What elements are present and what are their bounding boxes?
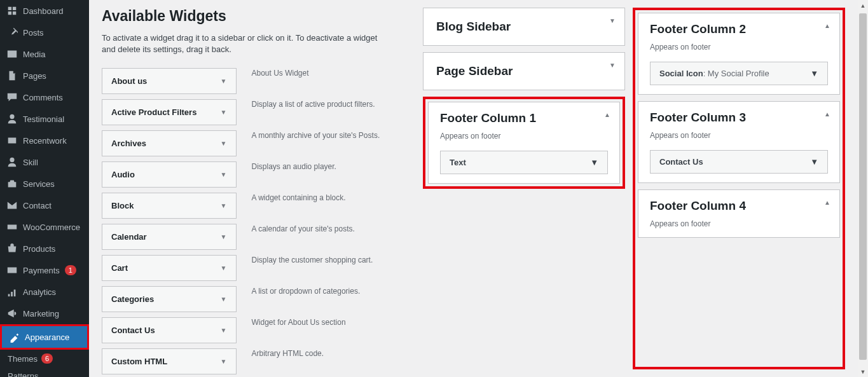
menu-item-payments[interactable]: Payments1 bbox=[0, 259, 89, 281]
menu-label: Marketing bbox=[23, 309, 59, 319]
scroll-up-arrow[interactable]: ▲ bbox=[858, 0, 868, 11]
chevron-down-icon: ▼ bbox=[221, 327, 227, 334]
pin-icon bbox=[6, 27, 18, 38]
scrollbar-thumb[interactable] bbox=[859, 13, 867, 360]
area-description: Appears on footer bbox=[650, 43, 828, 51]
menu-item-analytics[interactable]: Analytics bbox=[0, 281, 89, 303]
widget-description: Displays an audio player. bbox=[251, 161, 385, 188]
contact-icon bbox=[6, 200, 18, 211]
marketing-icon bbox=[6, 308, 18, 319]
menu-item-recentwork[interactable]: Recentwork bbox=[0, 130, 89, 151]
skill-icon bbox=[6, 156, 18, 168]
area-title: Footer Column 2 bbox=[650, 22, 828, 36]
chevron-down-icon[interactable]: ▼ bbox=[609, 17, 616, 24]
widget-description: A list or dropdown of categories. bbox=[251, 286, 385, 312]
menu-item-pages[interactable]: Pages bbox=[0, 65, 89, 86]
menu-item-contact[interactable]: Contact bbox=[0, 195, 89, 216]
menu-label: WooCommerce bbox=[23, 223, 80, 232]
menu-item-posts[interactable]: Posts bbox=[0, 22, 89, 43]
area-title: Footer Column 3 bbox=[650, 111, 828, 125]
scroll-down-arrow[interactable]: ▼ bbox=[858, 366, 868, 377]
widget-description: Display a list of active product filters… bbox=[251, 99, 385, 125]
area-description: Appears on footer bbox=[650, 131, 828, 140]
menu-item-appearance[interactable]: Appearance bbox=[0, 324, 89, 350]
chevron-down-icon: ▼ bbox=[590, 158, 598, 167]
available-widgets-desc: To activate a widget drag it to a sideba… bbox=[102, 32, 385, 55]
menu-label: Posts bbox=[23, 28, 44, 38]
menu-item-testimonial[interactable]: Testimonial bbox=[0, 108, 89, 130]
widget-area-blog-sidebar[interactable]: Blog Sidebar▼ bbox=[423, 8, 625, 46]
widget-area-footer-column-4[interactable]: Footer Column 4▲Appears on footer bbox=[638, 189, 840, 238]
area-title: Blog Sidebar bbox=[436, 20, 612, 34]
menu-item-services[interactable]: Services bbox=[0, 173, 89, 195]
widget-area-page-sidebar[interactable]: Page Sidebar▼ bbox=[423, 52, 625, 90]
menu-item-products[interactable]: Products bbox=[0, 238, 89, 259]
area-title: Footer Column 4 bbox=[650, 199, 828, 213]
menu-item-woocommerce[interactable]: WooCommerce bbox=[0, 216, 89, 238]
menu-label: Comments bbox=[23, 93, 63, 102]
scrollbar-track[interactable] bbox=[858, 11, 868, 366]
available-widget-about-us[interactable]: About us▼ bbox=[102, 68, 237, 94]
submenu-item-themes[interactable]: Themes6 bbox=[0, 350, 89, 367]
chevron-up-icon[interactable]: ▲ bbox=[824, 111, 830, 118]
services-icon bbox=[6, 178, 18, 189]
menu-label: Skill bbox=[23, 158, 38, 167]
available-widget-categories[interactable]: Categories▼ bbox=[102, 286, 237, 312]
chevron-down-icon[interactable]: ▼ bbox=[609, 62, 616, 69]
menu-item-comments[interactable]: Comments bbox=[0, 86, 89, 108]
menu-label: Dashboard bbox=[23, 6, 64, 16]
available-widget-calendar[interactable]: Calendar▼ bbox=[102, 224, 237, 250]
available-widget-contact-us[interactable]: Contact Us▼ bbox=[102, 317, 237, 343]
submenu-item-patterns[interactable]: Patterns bbox=[0, 367, 89, 377]
menu-label: Testimonial bbox=[23, 114, 64, 124]
widget-area-footer-column-1[interactable]: Footer Column 1▲Appears on footerText▼ bbox=[428, 102, 620, 184]
sidebar-areas: Blog Sidebar▼Page Sidebar▼Footer Column … bbox=[423, 8, 845, 369]
menu-label: Contact bbox=[23, 201, 52, 210]
submenu-label: Themes bbox=[8, 354, 38, 364]
widget-name: Custom HTML bbox=[111, 357, 167, 366]
widget-description: Arbitrary HTML code. bbox=[251, 348, 385, 374]
dashboard-icon bbox=[6, 5, 18, 17]
widget-description: Widget for About Us section bbox=[251, 317, 385, 343]
payments-icon bbox=[6, 264, 18, 276]
chevron-up-icon[interactable]: ▲ bbox=[604, 111, 610, 118]
menu-label: Media bbox=[23, 50, 45, 59]
menu-label: Appearance bbox=[25, 332, 69, 342]
menu-label: Payments bbox=[23, 266, 60, 275]
available-widget-cart[interactable]: Cart▼ bbox=[102, 255, 237, 281]
highlighted-area: Footer Column 1▲Appears on footerText▼ bbox=[423, 97, 625, 189]
menu-item-skill[interactable]: Skill bbox=[0, 151, 89, 173]
analytics-icon bbox=[6, 286, 18, 298]
chevron-up-icon[interactable]: ▲ bbox=[824, 22, 830, 29]
main-content: Available Widgets To activate a widget d… bbox=[89, 0, 858, 377]
admin-sidebar: DashboardPostsMediaPagesCommentsTestimon… bbox=[0, 0, 89, 377]
widget-name: Active Product Filters bbox=[111, 107, 196, 117]
comments-icon bbox=[6, 92, 18, 103]
available-widget-archives[interactable]: Archives▼ bbox=[102, 130, 237, 156]
placed-widget-text[interactable]: Text▼ bbox=[440, 151, 608, 174]
chevron-down-icon: ▼ bbox=[221, 296, 227, 303]
menu-label: Products bbox=[23, 244, 55, 254]
area-title: Page Sidebar bbox=[436, 64, 612, 78]
available-widget-block[interactable]: Block▼ bbox=[102, 193, 237, 219]
widget-area-footer-column-2[interactable]: Footer Column 2▲Appears on footerSocial … bbox=[638, 13, 840, 95]
widget-area-footer-column-3[interactable]: Footer Column 3▲Appears on footerContact… bbox=[638, 101, 840, 183]
menu-item-dashboard[interactable]: Dashboard bbox=[0, 0, 89, 22]
placed-widget-contact-us[interactable]: Contact Us▼ bbox=[650, 150, 828, 174]
available-widget-audio[interactable]: Audio▼ bbox=[102, 161, 237, 188]
vertical-scrollbar[interactable]: ▲ ▼ bbox=[858, 0, 868, 377]
widget-name: Calendar bbox=[111, 232, 147, 242]
widget-description: A widget containing a block. bbox=[251, 193, 385, 219]
chevron-down-icon: ▼ bbox=[810, 69, 818, 78]
menu-item-marketing[interactable]: Marketing bbox=[0, 303, 89, 324]
submenu-label: Patterns bbox=[8, 371, 38, 377]
placed-widget-label: Contact Us bbox=[659, 157, 703, 167]
chevron-up-icon[interactable]: ▲ bbox=[824, 199, 830, 206]
pages-icon bbox=[6, 70, 18, 81]
placed-widget-social-icon[interactable]: Social Icon: My Social Profile▼ bbox=[650, 62, 828, 85]
available-widgets-panel: Available Widgets To activate a widget d… bbox=[102, 8, 385, 369]
available-widget-active-product-filters[interactable]: Active Product Filters▼ bbox=[102, 99, 237, 125]
widget-description: A monthly archive of your site's Posts. bbox=[251, 130, 385, 156]
available-widget-custom-html[interactable]: Custom HTML▼ bbox=[102, 348, 237, 374]
menu-item-media[interactable]: Media bbox=[0, 43, 89, 65]
